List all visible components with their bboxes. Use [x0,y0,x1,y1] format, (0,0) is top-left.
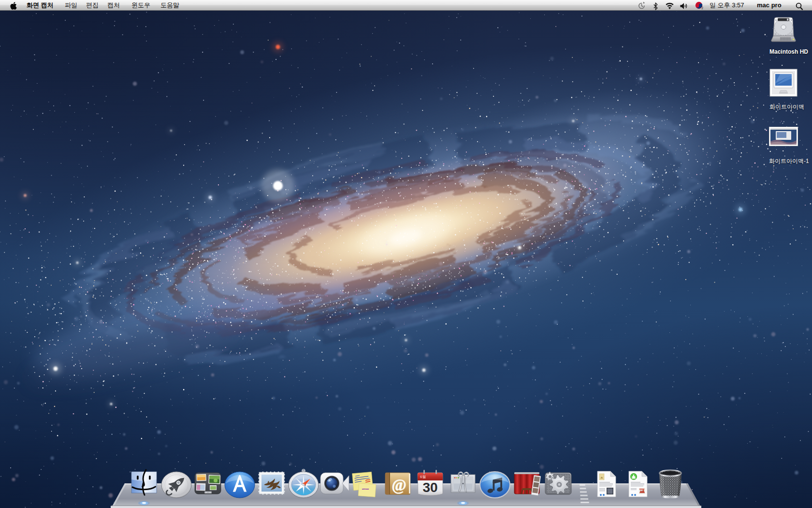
svg-text:2: 2 [701,6,703,10]
